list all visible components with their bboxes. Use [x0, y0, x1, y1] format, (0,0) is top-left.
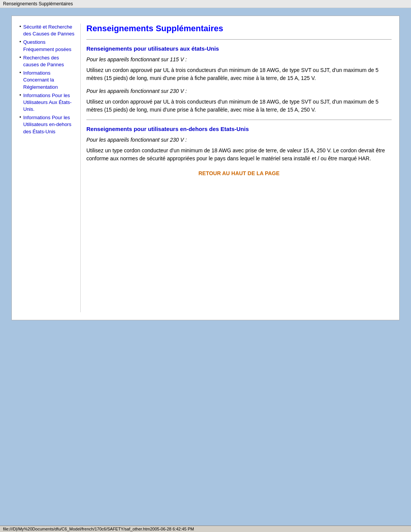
sidebar-link-utilisateurs-autres[interactable]: Informations Pour les Utilisateurs en-de… — [23, 115, 71, 134]
section1-sub1-body: Utilisez un cordon approuvé par UL à tro… — [86, 66, 392, 82]
section1-sub2-italic: Pour les appareils fonctionnant sur 230 … — [86, 88, 392, 94]
divider-1 — [86, 39, 392, 40]
list-item: Questions Fréquemment posées — [19, 39, 75, 53]
browser-container: Sécurité et Recherche des Causes de Pann… — [11, 16, 400, 320]
section2-title: Renseignements pour utilisateurs en-deho… — [86, 126, 392, 132]
sidebar-link-securite[interactable]: Sécurité et Recherche des Causes de Pann… — [23, 24, 74, 37]
section2-sub1-italic: Pour les appareils fonctionnant sur 230 … — [86, 137, 392, 143]
sidebar-link-reglementation[interactable]: Informations Concernant la Réglementatio… — [23, 70, 58, 89]
page-title: Renseignements Supplémentaires — [86, 24, 392, 34]
list-item: Recherches des causes de Pannes — [19, 54, 75, 68]
section2-sub1-body: Utilisez un type cordon conducteur d'un … — [86, 147, 392, 163]
title-bar-text: Renseignements Supplémentaires — [3, 1, 73, 6]
sidebar-nav: Sécurité et Recherche des Causes de Pann… — [19, 24, 75, 135]
list-item: Informations Pour les Utilisateurs Aux É… — [19, 92, 75, 113]
section1-title: Renseignements pour utilisateurs aux éta… — [86, 45, 392, 52]
sidebar-link-recherches[interactable]: Recherches des causes de Pannes — [23, 55, 64, 67]
list-item: Sécurité et Recherche des Causes de Pann… — [19, 24, 75, 37]
section1-sub1-italic: Pour les appareils fonctionnant sur 115 … — [86, 56, 392, 62]
status-bar: file:///D|/My%20Documents/dfu/C6_Model/f… — [0, 526, 411, 532]
status-bar-text: file:///D|/My%20Documents/dfu/C6_Model/f… — [3, 527, 194, 531]
divider-2 — [86, 120, 392, 120]
sidebar: Sécurité et Recherche des Causes de Pann… — [19, 24, 80, 312]
retour-link[interactable]: RETOUR AU HAUT DE LA PAGE — [86, 170, 392, 176]
section1-sub2-body: Utilisez un cordon approuvé par UL à tro… — [86, 98, 392, 114]
sidebar-link-utilisateurs-us[interactable]: Informations Pour les Utilisateurs Aux É… — [23, 93, 72, 112]
list-item: Informations Pour les Utilisateurs en-de… — [19, 114, 75, 135]
content-area: Sécurité et Recherche des Causes de Pann… — [12, 16, 399, 320]
main-content: Renseignements Supplémentaires Renseigne… — [80, 24, 392, 312]
list-item: Informations Concernant la Réglementatio… — [19, 70, 75, 91]
sidebar-link-questions[interactable]: Questions Fréquemment posées — [23, 39, 71, 52]
title-bar: Renseignements Supplémentaires — [0, 0, 411, 8]
